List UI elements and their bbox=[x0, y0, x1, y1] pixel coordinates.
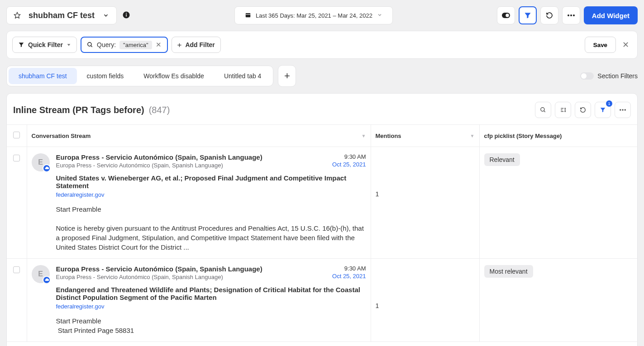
source-badge-icon bbox=[43, 276, 51, 284]
tabs-container: shubham CF test custom fields Workflow E… bbox=[6, 66, 273, 86]
conv-body: Start Preamble Notice is hereby given pu… bbox=[56, 204, 366, 252]
conv-date[interactable]: Oct 25, 2021 bbox=[332, 273, 366, 280]
save-filters-button[interactable]: Save bbox=[585, 37, 616, 53]
avatar-letter: E bbox=[38, 270, 43, 278]
stream-panel: Inline Stream (PR Tags before) (847) 1 bbox=[6, 93, 638, 346]
svg-point-10 bbox=[570, 14, 572, 16]
star-icon[interactable] bbox=[11, 9, 23, 21]
conv-body: Start Preamble Start Printed Page 58831 bbox=[56, 316, 366, 335]
svg-point-13 bbox=[88, 43, 91, 46]
more-menu-button[interactable] bbox=[562, 6, 580, 24]
column-conversation: Conversation Stream bbox=[32, 133, 91, 139]
panel-sort-button[interactable] bbox=[555, 102, 571, 118]
panel-refresh-button[interactable] bbox=[575, 102, 591, 118]
add-tab-button[interactable]: + bbox=[278, 65, 296, 87]
conv-time: 9:30 AM bbox=[344, 265, 366, 272]
panel-more-button[interactable] bbox=[615, 102, 631, 118]
stream-table: Conversation Stream ▼ Mentions ▼ cfp pic… bbox=[7, 124, 637, 342]
svg-point-22 bbox=[622, 109, 624, 111]
calendar-icon bbox=[245, 12, 251, 19]
table-row: E Europa Press - Servicio Autonómico (Sp… bbox=[7, 147, 637, 259]
panel-search-button[interactable] bbox=[535, 102, 551, 118]
svg-marker-12 bbox=[67, 44, 71, 46]
select-all-checkbox[interactable] bbox=[13, 132, 20, 138]
svg-line-14 bbox=[91, 46, 92, 47]
conv-subsource: Europa Press - Servicio Autonómico (Spai… bbox=[56, 274, 328, 280]
quick-filter-label: Quick Filter bbox=[28, 41, 63, 48]
svg-rect-2 bbox=[126, 14, 127, 16]
tab-custom-fields[interactable]: custom fields bbox=[77, 68, 134, 84]
svg-point-8 bbox=[506, 14, 509, 17]
info-icon[interactable] bbox=[122, 11, 130, 20]
svg-point-9 bbox=[568, 14, 569, 16]
refresh-button[interactable] bbox=[540, 6, 558, 24]
picklist-chip[interactable]: Relevant bbox=[484, 153, 520, 166]
add-widget-button[interactable]: Add Widget bbox=[584, 6, 638, 24]
conv-headline: United States v. Wieneberger AG, et al.;… bbox=[56, 174, 366, 190]
column-mentions: Mentions bbox=[376, 133, 401, 139]
conv-time: 9:30 AM bbox=[344, 153, 366, 160]
conv-source: Europa Press - Servicio Autonómico (Spai… bbox=[56, 265, 328, 273]
avatar-letter: E bbox=[38, 158, 43, 166]
panel-title: Inline Stream (PR Tags before) bbox=[13, 105, 144, 115]
remove-query-icon[interactable]: ✕ bbox=[156, 41, 162, 49]
tab-shubham-cf-test[interactable]: shubham CF test bbox=[9, 68, 77, 84]
dashboard-title-box: shubham CF test bbox=[6, 6, 117, 24]
filter-bar: Quick Filter Query: "america" ✕ + Add Fi… bbox=[6, 31, 638, 59]
tab-untitled-4[interactable]: Untitled tab 4 bbox=[214, 68, 272, 84]
conv-date[interactable]: Oct 25, 2021 bbox=[332, 161, 366, 168]
sort-caret-icon[interactable]: ▼ bbox=[362, 133, 366, 138]
section-filters-toggle[interactable]: Section Filters bbox=[580, 72, 638, 80]
quick-filter-button[interactable]: Quick Filter bbox=[12, 37, 77, 53]
mentions-value: 1 bbox=[376, 302, 379, 309]
sort-caret-icon[interactable]: ▼ bbox=[470, 133, 475, 138]
svg-point-23 bbox=[625, 109, 626, 111]
conv-link[interactable]: federalregister.gov bbox=[56, 303, 366, 310]
table-row: E Europa Press - Servicio Autonómico (Sp… bbox=[7, 259, 637, 342]
mentions-value: 1 bbox=[376, 190, 379, 198]
dark-mode-toggle[interactable] bbox=[497, 6, 515, 24]
conv-source: Europa Press - Servicio Autonómico (Spai… bbox=[56, 153, 328, 161]
panel-filter-badge: 1 bbox=[606, 100, 612, 107]
picklist-chip[interactable]: Most relevant bbox=[484, 265, 533, 278]
filter-button[interactable] bbox=[519, 6, 537, 24]
avatar: E bbox=[32, 265, 50, 283]
query-label: Query: bbox=[97, 41, 116, 48]
query-filter-chip[interactable]: Query: "america" ✕ bbox=[81, 37, 167, 53]
conv-link[interactable]: federalregister.gov bbox=[56, 191, 366, 198]
section-filters-label: Section Filters bbox=[597, 72, 638, 80]
row-checkbox[interactable] bbox=[13, 155, 20, 161]
date-range-label: Last 365 Days: Mar 25, 2021 – Mar 24, 20… bbox=[256, 12, 372, 19]
conv-headline: Endangered and Threatened Wildlife and P… bbox=[56, 286, 366, 301]
svg-line-16 bbox=[544, 111, 545, 112]
source-badge-icon bbox=[43, 164, 51, 172]
svg-point-21 bbox=[620, 109, 621, 111]
toggle-switch[interactable] bbox=[580, 72, 594, 80]
panel-count: (847) bbox=[149, 105, 170, 115]
svg-point-3 bbox=[126, 13, 127, 14]
column-picklist: cfp picklist (Story Message) bbox=[484, 133, 562, 139]
dashboard-title: shubham CF test bbox=[29, 11, 95, 20]
svg-point-15 bbox=[541, 108, 544, 111]
panel-filter-button[interactable]: 1 bbox=[595, 102, 611, 118]
add-filter-label: Add Filter bbox=[185, 41, 215, 48]
avatar: E bbox=[32, 153, 50, 171]
row-checkbox[interactable] bbox=[13, 266, 20, 273]
close-filter-bar-icon[interactable]: ✕ bbox=[620, 40, 632, 50]
query-value-tag: "america" bbox=[119, 41, 152, 49]
svg-marker-0 bbox=[14, 12, 20, 18]
date-range-picker[interactable]: Last 365 Days: Mar 25, 2021 – Mar 24, 20… bbox=[234, 6, 393, 24]
chevron-down-icon bbox=[377, 12, 382, 19]
chevron-down-icon[interactable] bbox=[100, 9, 112, 21]
pagination: 1 bbox=[7, 342, 637, 346]
add-filter-button[interactable]: + Add Filter bbox=[172, 37, 221, 53]
svg-point-11 bbox=[573, 14, 575, 16]
conv-subsource: Europa Press - Servicio Autonómico (Spai… bbox=[56, 162, 328, 169]
tab-workflow-es-disabled[interactable]: Workflow Es disablde bbox=[134, 68, 214, 84]
